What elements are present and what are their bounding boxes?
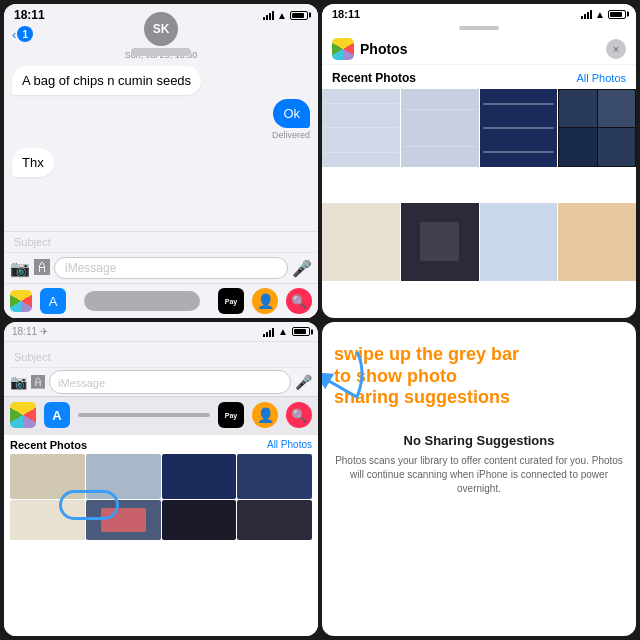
- wifi-bl: ▲: [278, 326, 288, 337]
- panel-imessage-bottom: 18:11 ✈ ▲ Subject 📷 🅰 iMessage 🎤: [4, 322, 318, 636]
- no-sharing-desc: Photos scans your library to offer conte…: [334, 454, 624, 496]
- message-bubble-thx: Thx: [12, 148, 54, 177]
- nav-bar-top-left: ‹ 1 SK: [4, 24, 318, 46]
- photo-thumb[interactable]: [558, 203, 636, 281]
- search-drawer-icon[interactable]: 🔍: [286, 402, 312, 428]
- chevron-left-icon: ‹: [12, 27, 16, 42]
- grey-bar-handle[interactable]: [78, 413, 210, 417]
- back-badge: 1: [17, 26, 33, 42]
- photo-thumb[interactable]: [322, 89, 400, 167]
- bottom-left-time: 18:11 ✈: [12, 326, 48, 337]
- recent-photos-label-bottom: Recent Photos: [10, 439, 87, 451]
- blue-arrow: [322, 342, 367, 402]
- delivered-status: Delivered: [12, 130, 310, 140]
- no-sharing-block: No Sharing Suggestions Photos scans your…: [334, 433, 624, 496]
- app-strip: A Pay 👤 🔍: [4, 283, 318, 318]
- photos-app-icon[interactable]: [10, 290, 32, 312]
- photos-header-icon: [332, 38, 354, 60]
- bottom-input-section: Subject 📷 🅰 iMessage 🎤: [4, 341, 318, 396]
- mic-icon-bottom[interactable]: 🎤: [295, 374, 312, 390]
- photos-drawer-icon[interactable]: [10, 402, 36, 428]
- photos-header: Photos ×: [322, 34, 636, 65]
- battery-icon-right: [608, 10, 626, 19]
- photo-thumb-bl-2[interactable]: [86, 500, 161, 540]
- recent-photos-label: Recent Photos: [332, 71, 416, 85]
- photo-thumb[interactable]: [401, 203, 479, 281]
- battery-icon: [290, 11, 308, 20]
- photo-thumb-bl[interactable]: [237, 454, 312, 499]
- message-received-1: A bag of chips n cumin seeds: [12, 66, 310, 99]
- message-row-sent: Ok: [12, 99, 310, 128]
- signal-icon-right: [581, 9, 592, 19]
- photos-grid-bottom-left: [10, 454, 312, 499]
- appstore-icon[interactable]: 🅰: [34, 259, 50, 277]
- recent-photos-header-bottom: Recent Photos All Photos: [10, 439, 312, 451]
- appstore-icon-bottom[interactable]: 🅰: [31, 374, 45, 390]
- message-input[interactable]: iMessage: [54, 257, 288, 279]
- avatar: SK: [144, 12, 178, 46]
- pay-icon[interactable]: Pay: [218, 288, 244, 314]
- panel-instructions: swipe up the grey bar to show photo shar…: [322, 322, 636, 636]
- person-icon-strip[interactable]: 👤: [252, 288, 278, 314]
- panel-imessage-top: 18:11 ▲ ‹ 1 SK: [4, 4, 318, 318]
- subject-placeholder: Subject: [14, 236, 51, 248]
- app-drawer-strip: A Pay 👤 🔍: [4, 396, 318, 435]
- drag-handle[interactable]: [459, 26, 499, 30]
- wifi-icon-right: ▲: [595, 9, 605, 20]
- photos-grid-top-right: [322, 89, 636, 318]
- signal-icon-bl: [263, 327, 274, 337]
- appstore-strip-icon[interactable]: A: [40, 288, 66, 314]
- imessage-bottom: Subject 📷 🅰 iMessage 🎤 A Pay 👤 🔍: [4, 231, 318, 318]
- photo-thumb-bl[interactable]: [10, 454, 85, 499]
- status-icons-right: ▲: [581, 9, 626, 20]
- input-row-bottom[interactable]: 📷 🅰 iMessage 🎤: [10, 370, 312, 394]
- subject-placeholder-bottom: Subject: [14, 351, 51, 363]
- message-placeholder: iMessage: [65, 261, 116, 275]
- subject-row-bottom: Subject: [10, 345, 312, 368]
- subject-row: Subject: [4, 232, 318, 253]
- photo-thumb-bl-2[interactable]: [10, 500, 85, 540]
- grey-pill-bar[interactable]: [84, 291, 200, 311]
- signal-icon: [263, 10, 274, 20]
- panel-photos-top: 18:11 ▲ Photos × Recent Photos: [322, 4, 636, 318]
- person-drawer-icon[interactable]: 👤: [252, 402, 278, 428]
- message-input-bottom[interactable]: iMessage: [49, 370, 291, 394]
- photo-thumb-bl-2[interactable]: [237, 500, 312, 540]
- status-icons: ▲: [263, 10, 308, 21]
- all-photos-link[interactable]: All Photos: [576, 72, 626, 84]
- pay-drawer-icon[interactable]: Pay: [218, 402, 244, 428]
- camera-icon-bottom[interactable]: 📷: [10, 374, 27, 390]
- photos-section-header: Recent Photos All Photos: [322, 65, 636, 89]
- photo-thumb[interactable]: [480, 203, 558, 281]
- message-bubble-sent: Ok: [273, 99, 310, 128]
- photos-close-button[interactable]: ×: [606, 39, 626, 59]
- message-received-2: Thx: [12, 144, 310, 181]
- input-row[interactable]: 📷 🅰 iMessage 🎤: [4, 253, 318, 283]
- photo-thumb-bl[interactable]: [162, 454, 237, 499]
- photo-thumb-bl-2[interactable]: [162, 500, 237, 540]
- status-bar-top-right: 18:11 ▲: [322, 4, 636, 22]
- message-placeholder-bottom: iMessage: [58, 377, 105, 389]
- main-container: 18:11 ▲ ‹ 1 SK: [0, 0, 640, 640]
- camera-icon[interactable]: 📷: [10, 259, 30, 278]
- search-strip-icon[interactable]: 🔍: [286, 288, 312, 314]
- no-sharing-title: No Sharing Suggestions: [334, 433, 624, 448]
- photo-thumb[interactable]: [322, 203, 400, 281]
- time-top-left: 18:11: [14, 8, 45, 22]
- mic-icon[interactable]: 🎤: [292, 259, 312, 278]
- photo-thumb[interactable]: [558, 89, 636, 167]
- contact-avatar-area: SK: [131, 12, 191, 56]
- photo-thumb[interactable]: [480, 89, 558, 167]
- instruction-text: swipe up the grey bar to show photo shar…: [334, 344, 624, 409]
- recent-photos-bottom-section: Recent Photos All Photos: [4, 435, 318, 636]
- appstore-drawer-icon[interactable]: A: [44, 402, 70, 428]
- photos-grid-bottom-left-row2: [10, 500, 312, 540]
- photo-thumb-bl[interactable]: [86, 454, 161, 499]
- instruction-block: swipe up the grey bar to show photo shar…: [334, 344, 624, 425]
- all-photos-link-bottom[interactable]: All Photos: [267, 439, 312, 451]
- wifi-icon: ▲: [277, 10, 287, 21]
- back-button[interactable]: ‹ 1: [12, 26, 33, 42]
- photo-thumb[interactable]: [401, 89, 479, 167]
- message-bubble-received: A bag of chips n cumin seeds: [12, 66, 201, 95]
- battery-bl: [292, 327, 310, 336]
